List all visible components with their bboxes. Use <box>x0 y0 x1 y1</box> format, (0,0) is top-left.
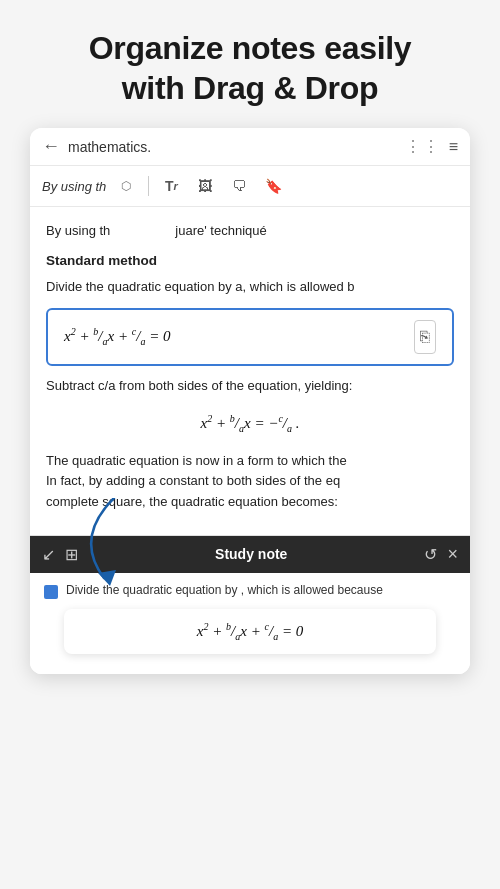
study-note-title: Study note <box>88 546 414 562</box>
text-preview: By using th <box>42 179 106 194</box>
topbar-title: mathematics. <box>68 139 397 155</box>
paragraph1: Divide the quadratic equation by a, whic… <box>46 277 454 298</box>
corner-arrow-icon: ↙ <box>42 545 55 564</box>
comment-icon[interactable]: 🗨 <box>225 172 253 200</box>
math-block-plain: x2 + b/ax = −c/a . <box>46 405 454 443</box>
section-heading: Standard method <box>46 250 454 272</box>
toolbar-separator <box>148 176 149 196</box>
formula1: x2 + b/ax + c/a = 0 <box>64 324 171 350</box>
drag-handle-icon: ⋮⋮ <box>405 137 441 156</box>
math-block-highlighted: x2 + b/ax + c/a = 0 ⎘ <box>46 308 454 366</box>
formula2: x2 + b/ax = −c/a . <box>200 415 299 431</box>
text-format-icon[interactable]: Tr <box>157 172 185 200</box>
checkbox[interactable] <box>44 585 58 599</box>
cursor-icon[interactable]: ⬡ <box>112 172 140 200</box>
intro-paragraph: By using th juare' techniqué <box>46 221 454 242</box>
bookmark-icon[interactable]: 🔖 <box>259 172 287 200</box>
study-note-panel: ↙ ⊞ Study note ↺ × Divide the quadratic … <box>30 535 470 674</box>
grid-icon[interactable]: ⊞ <box>65 545 78 564</box>
menu-icon[interactable]: ≡ <box>449 138 458 156</box>
paragraph2: Subtract c/a from both sides of the equa… <box>46 376 454 397</box>
checkbox-row: Divide the quadratic equation by , which… <box>44 583 456 599</box>
app-toolbar: By using th ⬡ Tr 🖼 🗨 🔖 <box>30 166 470 207</box>
checkbox-text: Divide the quadratic equation by , which… <box>66 583 383 597</box>
study-note-toolbar: ↙ ⊞ Study note ↺ × <box>30 536 470 573</box>
undo-icon[interactable]: ↺ <box>424 545 437 564</box>
copy-icon[interactable]: ⎘ <box>414 320 436 354</box>
back-button[interactable]: ← <box>42 136 60 157</box>
paragraph3: The quadratic equation is now in a form … <box>46 451 454 513</box>
note-formula: x2 + b/ax + c/a = 0 <box>197 623 304 639</box>
app-frame: ← mathematics. ⋮⋮ ≡ By using th ⬡ Tr 🖼 🗨… <box>30 128 470 674</box>
math-block-note: x2 + b/ax + c/a = 0 <box>64 609 436 654</box>
image-icon[interactable]: 🖼 <box>191 172 219 200</box>
close-button[interactable]: × <box>447 544 458 565</box>
study-note-content: Divide the quadratic equation by , which… <box>30 573 470 674</box>
app-topbar: ← mathematics. ⋮⋮ ≡ <box>30 128 470 166</box>
app-content: By using th juare' techniqué Standard me… <box>30 207 470 535</box>
hero-title: Organize notes easily with Drag & Drop <box>65 28 436 108</box>
